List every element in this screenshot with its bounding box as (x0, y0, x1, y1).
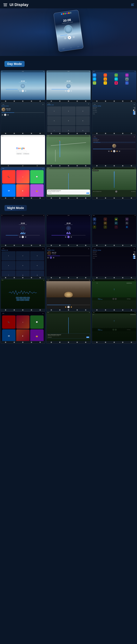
app-icon[interactable]: 📻 (114, 218, 118, 221)
prev-button[interactable]: ⏮ (2, 114, 3, 116)
night-zoom-out[interactable]: - (112, 329, 114, 331)
go-button[interactable]: GO (86, 192, 89, 194)
podcast-app[interactable]: 🎙 (16, 184, 30, 197)
dialpad-5[interactable]: 5 (16, 261, 30, 270)
app-icon[interactable]: ♪ (104, 74, 107, 77)
eq-preset-btn[interactable]: JAZZ (16, 299, 20, 301)
dialpad-7[interactable]: 7 (47, 126, 61, 132)
eq-preset-btn[interactable]: CLASSIC (20, 299, 24, 301)
messages-app[interactable]: 💬 (30, 316, 44, 329)
media-controls[interactable]: ⏮ ⏸ ⏭ (19, 90, 26, 92)
app-icon[interactable]: 📍 (93, 225, 96, 229)
dialpad-4[interactable]: 4 (47, 116, 61, 125)
menu-button[interactable] (3, 2, 8, 7)
fast-forward-btn[interactable]: ⏩ (70, 306, 72, 308)
app-icon[interactable]: 🌐 (125, 225, 128, 229)
dialpad-3[interactable]: 3 (76, 106, 90, 116)
app-icon[interactable]: 🎵 (104, 81, 107, 85)
dialpad-9[interactable]: 9 (30, 270, 44, 276)
app-icon[interactable]: 📱 (114, 81, 118, 85)
google-search-bar[interactable] (16, 151, 27, 152)
forward-button[interactable]: ⏩ (116, 150, 118, 152)
next-button[interactable]: ⏭ (119, 150, 120, 152)
play-pause-button[interactable]: ⏸ (68, 236, 70, 238)
media-controls[interactable]: ⏮ ▶ ⏭ (65, 90, 72, 92)
dialpad-4[interactable]: 4 (2, 261, 16, 270)
app-icon[interactable]: 📷 (125, 222, 128, 225)
map-zoom-in[interactable]: + (115, 298, 117, 300)
app-icon[interactable]: ✈ (93, 77, 96, 81)
play-pause-button[interactable]: ⏸ (22, 90, 24, 92)
dialpad-8[interactable]: 8 (62, 126, 76, 132)
app-icon[interactable]: ⚙ (125, 74, 128, 77)
maps-app[interactable]: 🗺 (2, 184, 16, 197)
prev-button[interactable]: ⏮ (19, 90, 21, 92)
eq-preset-btn[interactable]: ROCK (23, 297, 26, 299)
play-button[interactable]: ▶ (68, 90, 70, 92)
next-button[interactable]: ⏭ (70, 236, 72, 238)
rewind-button[interactable]: ⏪ (110, 150, 112, 152)
app-icon[interactable]: 📍 (93, 81, 96, 85)
auto-answer-toggle[interactable] (133, 254, 136, 255)
nav-play-btn[interactable]: ▶ (115, 190, 118, 192)
map-zoom-out[interactable]: - (112, 298, 114, 300)
maps-app[interactable]: 🗺 (2, 330, 16, 341)
app-icon[interactable]: 🎵 (104, 225, 107, 229)
app-icon[interactable]: ✈ (93, 74, 96, 77)
eq-preset-btn[interactable]: CUSTOM (25, 299, 29, 301)
app-icon[interactable]: BT (114, 222, 118, 225)
play-button[interactable]: ▶ (4, 114, 6, 116)
app-icon[interactable]: 📻 (114, 74, 118, 77)
dialpad-8[interactable]: 8 (16, 270, 30, 276)
play-pause-btn[interactable]: ⏸ (68, 306, 70, 308)
app-icon[interactable]: 🌐 (125, 81, 128, 85)
phone-app[interactable]: 📞 (2, 316, 16, 329)
eq-preset-btn[interactable]: BASS (20, 297, 23, 299)
messages-app[interactable]: 💬 (30, 170, 44, 184)
app-icon[interactable]: BT (104, 222, 107, 225)
radio-app[interactable]: 📻 (30, 184, 44, 197)
dialpad-3[interactable]: 3 (30, 251, 44, 260)
rewind-btn[interactable]: ⏪ (65, 306, 66, 308)
podcast-app[interactable]: 🎙 (16, 330, 30, 341)
prev-button[interactable]: ⏮ (19, 236, 21, 238)
eq-preset-btn[interactable]: POP (27, 297, 30, 299)
auto-connect-toggle[interactable] (133, 256, 136, 257)
app-icon[interactable]: ✈ (93, 218, 96, 221)
media-controls[interactable]: ⏮ ⏸ ⏭ (19, 236, 26, 238)
media-controls[interactable]: ⏮ ▶ ⏭ (2, 114, 44, 116)
dialpad-2[interactable]: 2 (16, 251, 30, 260)
media-controls[interactable]: ⏮ ⏪ ▶ ⏩ ⏭ (93, 150, 136, 152)
google-search-btn[interactable]: Google Search (16, 153, 22, 154)
app-icon[interactable]: 🚗 (104, 77, 107, 81)
prev-button[interactable]: ⏮ (65, 90, 66, 92)
app-icon[interactable]: ⚙ (125, 218, 128, 221)
dialpad-6[interactable]: 6 (76, 116, 90, 125)
dialpad-6[interactable]: 6 (30, 261, 44, 270)
prev-button[interactable]: ⏮ (47, 257, 49, 258)
dialpad-7[interactable]: 7 (2, 270, 16, 276)
next-button[interactable]: ⏭ (7, 114, 9, 116)
app-icon[interactable]: ♪ (104, 218, 107, 221)
app-icon[interactable]: BT (114, 77, 118, 81)
auto-connect-toggle[interactable] (133, 111, 136, 113)
eq-preset-btn[interactable]: FLAT (16, 297, 19, 299)
music-app[interactable]: ♪ (16, 170, 30, 184)
power-toggle[interactable] (133, 113, 136, 114)
dialpad-1[interactable]: 1 (47, 106, 61, 116)
dialpad-1[interactable]: 1 (2, 251, 16, 260)
play-button[interactable]: ▶ (113, 150, 115, 152)
next-button[interactable]: ⏭ (70, 90, 72, 92)
next-button[interactable]: ⏭ (25, 236, 26, 238)
google-lucky-btn[interactable]: I'm Feeling Lucky (23, 153, 30, 154)
next-button[interactable]: ⏭ (53, 257, 54, 258)
app-icon[interactable]: 📱 (114, 225, 118, 229)
dialpad-9[interactable]: 9 (76, 126, 90, 132)
phone-app[interactable]: 📞 (2, 170, 16, 184)
power-toggle[interactable] (133, 258, 136, 259)
night-go-button[interactable]: GO (86, 336, 89, 338)
play-pause-button[interactable]: ⏸ (22, 236, 24, 238)
dialpad-2[interactable]: 2 (62, 106, 76, 116)
app-icon[interactable]: ✈ (93, 222, 96, 225)
app-icon[interactable]: 📷 (125, 77, 128, 81)
